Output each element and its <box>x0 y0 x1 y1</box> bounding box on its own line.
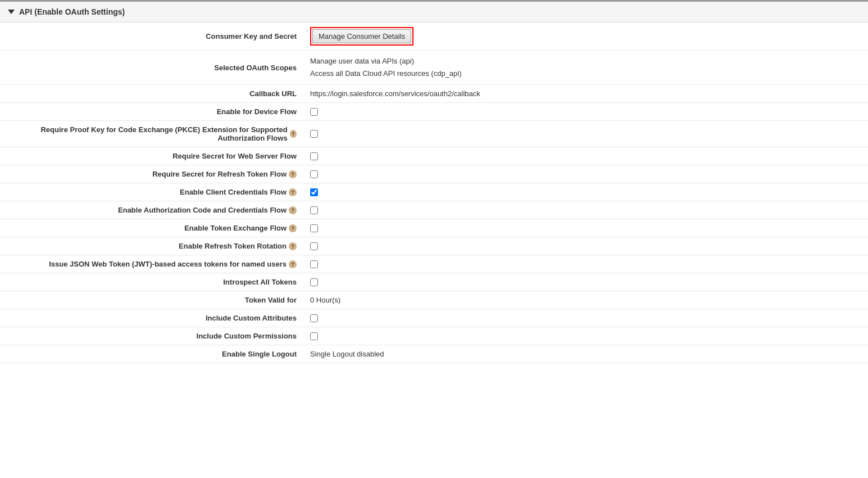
checkbox-issue-jwt[interactable] <box>310 260 318 268</box>
label-introspect-all-tokens: Introspect All Tokens <box>0 273 303 291</box>
label-enable-client-credentials: Enable Client Credentials Flow ? <box>0 183 303 201</box>
row-require-secret-refresh: Require Secret for Refresh Token Flow ? <box>0 165 868 183</box>
value-enable-single-logout: Single Logout disabled <box>303 345 868 363</box>
row-include-custom-permissions: Include Custom Permissions <box>0 327 868 345</box>
value-require-secret-web <box>303 147 868 165</box>
checkbox-require-secret-web[interactable] <box>310 152 318 160</box>
help-icon-issue-jwt[interactable]: ? <box>289 260 297 268</box>
row-selected-oauth-scopes: Selected OAuth Scopes Manage user data v… <box>0 51 868 85</box>
help-icon-pkce[interactable]: ? <box>290 130 297 138</box>
row-enable-client-credentials: Enable Client Credentials Flow ? <box>0 183 868 201</box>
section-header: API (Enable OAuth Settings) <box>0 2 868 22</box>
collapse-icon[interactable] <box>8 10 15 14</box>
row-issue-jwt: Issue JSON Web Token (JWT)-based access … <box>0 255 868 273</box>
label-enable-token-exchange: Enable Token Exchange Flow ? <box>0 219 303 237</box>
checkbox-enable-auth-code-credentials[interactable] <box>310 206 318 214</box>
value-enable-client-credentials <box>303 183 868 201</box>
label-include-custom-permissions: Include Custom Permissions <box>0 327 303 345</box>
value-include-custom-permissions <box>303 327 868 345</box>
label-selected-oauth-scopes: Selected OAuth Scopes <box>0 51 303 85</box>
row-token-valid-for: Token Valid for 0 Hour(s) <box>0 291 868 309</box>
row-enable-single-logout: Enable Single Logout Single Logout disab… <box>0 345 868 363</box>
label-consumer-key-secret: Consumer Key and Secret <box>0 22 303 51</box>
manage-consumer-details-button[interactable]: Manage Consumer Details <box>312 29 411 43</box>
label-enable-single-logout: Enable Single Logout <box>0 345 303 363</box>
value-consumer-key-secret: Manage Consumer Details <box>303 22 868 51</box>
value-include-custom-attributes <box>303 309 868 327</box>
label-token-valid-for: Token Valid for <box>0 291 303 309</box>
value-require-secret-refresh <box>303 165 868 183</box>
help-icon-require-secret-refresh[interactable]: ? <box>289 170 297 178</box>
checkbox-introspect-all-tokens[interactable] <box>310 278 318 286</box>
row-enable-device-flow: Enable for Device Flow <box>0 103 868 121</box>
label-issue-jwt: Issue JSON Web Token (JWT)-based access … <box>0 255 303 273</box>
label-enable-refresh-token-rotation: Enable Refresh Token Rotation ? <box>0 237 303 255</box>
label-pkce: Require Proof Key for Code Exchange (PKC… <box>0 121 303 147</box>
value-pkce <box>303 121 868 147</box>
value-enable-refresh-token-rotation <box>303 237 868 255</box>
row-callback-url: Callback URL https://login.salesforce.co… <box>0 85 868 103</box>
section-title: API (Enable OAuth Settings) <box>19 7 125 16</box>
value-token-valid-for: 0 Hour(s) <box>303 291 868 309</box>
row-enable-refresh-token-rotation: Enable Refresh Token Rotation ? <box>0 237 868 255</box>
value-selected-oauth-scopes: Manage user data via APIs (api) Access a… <box>303 51 868 85</box>
row-enable-token-exchange: Enable Token Exchange Flow ? <box>0 219 868 237</box>
checkbox-enable-refresh-token-rotation[interactable] <box>310 242 318 250</box>
value-callback-url: https://login.salesforce.com/services/oa… <box>303 85 868 103</box>
row-require-secret-web: Require Secret for Web Server Flow <box>0 147 868 165</box>
label-enable-auth-code-credentials: Enable Authorization Code and Credential… <box>0 201 303 219</box>
manage-btn-highlight: Manage Consumer Details <box>310 27 413 46</box>
page-container: API (Enable OAuth Settings) Consumer Key… <box>0 0 868 478</box>
checkbox-include-custom-permissions[interactable] <box>310 332 318 340</box>
row-enable-auth-code-credentials: Enable Authorization Code and Credential… <box>0 201 868 219</box>
label-require-secret-refresh: Require Secret for Refresh Token Flow ? <box>0 165 303 183</box>
value-issue-jwt <box>303 255 868 273</box>
checkbox-enable-token-exchange[interactable] <box>310 224 318 232</box>
value-enable-auth-code-credentials <box>303 201 868 219</box>
checkbox-pkce[interactable] <box>310 130 318 138</box>
value-enable-token-exchange <box>303 219 868 237</box>
label-include-custom-attributes: Include Custom Attributes <box>0 309 303 327</box>
label-require-secret-web: Require Secret for Web Server Flow <box>0 147 303 165</box>
row-consumer-key-secret: Consumer Key and Secret Manage Consumer … <box>0 22 868 51</box>
label-enable-device-flow: Enable for Device Flow <box>0 103 303 121</box>
checkbox-require-secret-refresh[interactable] <box>310 170 318 178</box>
help-icon-enable-client-credentials[interactable]: ? <box>289 188 297 196</box>
help-icon-enable-token-exchange[interactable]: ? <box>289 224 297 232</box>
row-pkce: Require Proof Key for Code Exchange (PKC… <box>0 121 868 147</box>
form-table: Consumer Key and Secret Manage Consumer … <box>0 22 868 363</box>
checkbox-include-custom-attributes[interactable] <box>310 314 318 322</box>
checkbox-enable-client-credentials[interactable] <box>310 188 318 196</box>
value-introspect-all-tokens <box>303 273 868 291</box>
row-introspect-all-tokens: Introspect All Tokens <box>0 273 868 291</box>
row-include-custom-attributes: Include Custom Attributes <box>0 309 868 327</box>
help-icon-enable-auth-code-credentials[interactable]: ? <box>289 206 297 214</box>
value-enable-device-flow <box>303 103 868 121</box>
label-callback-url: Callback URL <box>0 85 303 103</box>
checkbox-enable-device-flow[interactable] <box>310 108 318 116</box>
help-icon-enable-refresh-token-rotation[interactable]: ? <box>289 242 297 250</box>
